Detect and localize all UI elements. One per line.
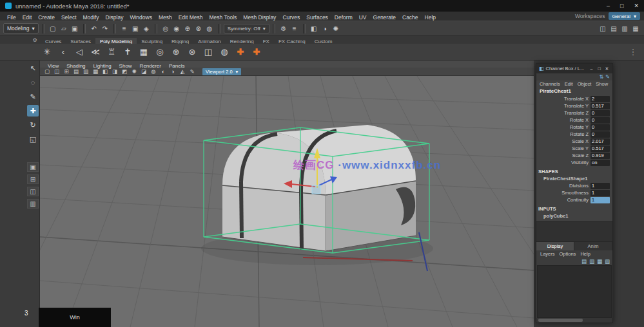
channel-scale-x-value[interactable]: 2.017 bbox=[590, 138, 610, 145]
channel-visibility[interactable]: Visibility bbox=[536, 160, 589, 166]
move-layer-up-icon[interactable]: ▤ bbox=[581, 258, 587, 265]
channel-visibility-value[interactable]: on bbox=[590, 160, 610, 166]
extrude-icon[interactable]: ✝ bbox=[121, 45, 135, 59]
paint-select-tool[interactable]: ✎ bbox=[27, 91, 39, 102]
channel-scale-y[interactable]: Scale Y bbox=[536, 145, 589, 152]
menu-item[interactable]: Cache bbox=[399, 14, 422, 21]
channel-scale-x[interactable]: Scale X bbox=[536, 138, 589, 145]
connect-icon[interactable]: ◁ bbox=[72, 45, 86, 59]
menu-item[interactable]: Help bbox=[422, 14, 439, 21]
menu-item[interactable]: Modify bbox=[80, 14, 102, 21]
bookmark-icon[interactable]: ▤ bbox=[72, 68, 81, 75]
isolate-select-icon[interactable]: ◭ bbox=[178, 68, 187, 75]
add-shelf-tab-icon[interactable]: ✚ bbox=[249, 45, 264, 59]
layout-four-pane[interactable]: ⊞ bbox=[27, 174, 39, 184]
scale-tool[interactable]: ◱ bbox=[27, 133, 39, 145]
channel-box-toggle-icon[interactable]: ▦ bbox=[630, 23, 641, 33]
channel-smoothness[interactable]: Smoothness bbox=[536, 190, 589, 196]
channel-smoothness-value[interactable]: 1 bbox=[590, 190, 610, 196]
menu-item[interactable]: Generate bbox=[370, 14, 399, 21]
select-object-icon[interactable]: ▣ bbox=[130, 23, 141, 33]
shelf-options-gear-icon[interactable]: ⚙ bbox=[30, 37, 40, 43]
new-layer-from-selected-icon[interactable]: ▦ bbox=[597, 258, 602, 265]
scrollbar-thumb[interactable] bbox=[538, 319, 583, 322]
two-d-pan-zoom-icon[interactable]: ▦ bbox=[91, 68, 100, 75]
shelf-overflow-icon[interactable]: ⋮ bbox=[626, 45, 640, 59]
layer-list[interactable] bbox=[537, 265, 612, 318]
close-button[interactable]: ✕ bbox=[634, 3, 639, 9]
channel-sliders-icon[interactable]: ⇅ bbox=[600, 74, 604, 80]
open-scene-icon[interactable]: ▱ bbox=[59, 23, 69, 33]
channel-box-titlebar[interactable]: ◧ Channel Box / L... – □ ✕ bbox=[536, 64, 612, 73]
channel-translate-y-value[interactable]: 0.517 bbox=[590, 103, 610, 109]
minimize-button[interactable]: – bbox=[589, 66, 594, 71]
layout-single-pane[interactable]: ▣ bbox=[27, 162, 39, 172]
menu-item[interactable]: Windows bbox=[126, 14, 155, 21]
new-anim-layer-icon[interactable]: ▧ bbox=[605, 258, 610, 265]
maximize-button[interactable]: □ bbox=[620, 3, 623, 9]
channel-rotate-z-value[interactable]: 0 bbox=[590, 131, 610, 138]
channel-rotate-y[interactable]: Rotate Y bbox=[536, 124, 589, 131]
input-node-name[interactable]: polyCube1 bbox=[536, 212, 612, 220]
layout-outliner-persp[interactable]: ▥ bbox=[27, 199, 39, 209]
channel-scale-y-value[interactable]: 0.517 bbox=[590, 145, 610, 152]
screen-space-ao-icon[interactable]: ◍ bbox=[149, 68, 158, 75]
channel-divisions-value[interactable]: 1 bbox=[590, 183, 610, 189]
modeling-toolkit-toggle-icon[interactable]: ◫ bbox=[598, 23, 608, 33]
add-shelf-item-icon[interactable]: ✚ bbox=[233, 45, 248, 59]
channel-scale-z-value[interactable]: 0.919 bbox=[590, 153, 610, 159]
lighting-icon[interactable]: ✺ bbox=[130, 68, 139, 75]
grease-pencil-icon[interactable]: ✎ bbox=[188, 68, 197, 75]
horizontal-scrollbar[interactable] bbox=[536, 318, 612, 322]
menuset-dropdown[interactable]: Modeling ▾ bbox=[3, 23, 39, 33]
layer-editor-menu-item[interactable]: Help bbox=[578, 251, 592, 257]
snap-grid-icon[interactable]: ◎ bbox=[161, 23, 171, 33]
ipr-render-icon[interactable]: ◑ bbox=[320, 23, 330, 33]
make-live-icon[interactable]: ◍ bbox=[204, 23, 215, 33]
menu-item[interactable]: Mesh bbox=[155, 14, 175, 21]
save-scene-icon[interactable]: ▣ bbox=[70, 23, 80, 33]
channel-translate-z[interactable]: Translate Z bbox=[536, 110, 589, 117]
new-empty-layer-icon[interactable]: ▥ bbox=[589, 258, 594, 265]
target-weld-icon[interactable]: ‹ bbox=[56, 45, 70, 59]
menu-item[interactable]: Edit bbox=[19, 14, 35, 21]
perspective-viewport[interactable]: ViewShadingLightingShowRendererPanels ▢◫… bbox=[40, 61, 534, 327]
rotate-tool[interactable]: ↻ bbox=[27, 119, 39, 131]
select-tool[interactable]: ↖ bbox=[27, 62, 39, 74]
channel-translate-x-value[interactable]: 2 bbox=[590, 96, 610, 102]
select-component-icon[interactable]: ◈ bbox=[141, 23, 151, 33]
render-settings-icon[interactable]: ✺ bbox=[331, 23, 341, 33]
combine-icon[interactable]: ⊕ bbox=[169, 45, 183, 59]
channel-rotate-x-value[interactable]: 0 bbox=[590, 117, 610, 124]
menu-item[interactable]: Create bbox=[35, 14, 58, 21]
lasso-tool[interactable]: ◌ bbox=[27, 77, 39, 88]
motion-blur-icon[interactable]: ◐ bbox=[159, 68, 168, 75]
channel-translate-y[interactable]: Translate Y bbox=[536, 103, 589, 109]
viewport-renderer-dropdown[interactable]: Viewport 2.0 ▾ bbox=[202, 68, 241, 75]
undo-icon[interactable]: ↶ bbox=[89, 23, 99, 33]
menu-item[interactable]: Mesh Display bbox=[240, 14, 279, 21]
mirror-icon[interactable]: ◫ bbox=[201, 45, 215, 59]
menu-item[interactable]: UV bbox=[356, 14, 370, 21]
camera-attributes-icon[interactable]: ⊞ bbox=[62, 68, 71, 75]
close-button[interactable]: ✕ bbox=[604, 66, 610, 71]
input-operations-icon[interactable]: ≡ bbox=[289, 23, 300, 33]
channel-translate-z-value[interactable]: 0 bbox=[590, 110, 610, 117]
tab-display[interactable]: Display bbox=[536, 242, 574, 250]
textured-icon[interactable]: ◩ bbox=[120, 68, 129, 75]
channel-box-menu-item[interactable]: Channels bbox=[538, 81, 562, 87]
workspace-dropdown[interactable]: General ▾ bbox=[609, 12, 640, 20]
bevel-icon[interactable]: ▦ bbox=[137, 45, 151, 59]
shaded-icon[interactable]: ◨ bbox=[110, 68, 119, 75]
new-scene-icon[interactable]: ▢ bbox=[48, 23, 58, 33]
symmetry-dropdown[interactable]: Symmetry: Off ▾ bbox=[224, 24, 269, 33]
layer-editor-menu-item[interactable]: Layers bbox=[538, 251, 557, 257]
smooth-icon[interactable]: ◎ bbox=[153, 45, 167, 59]
menu-item[interactable]: Edit Mesh bbox=[175, 14, 206, 21]
render-frame-icon[interactable]: ◧ bbox=[309, 23, 319, 33]
tool-settings-toggle-icon[interactable]: ▥ bbox=[620, 23, 630, 33]
channel-box-menu-item[interactable]: Show bbox=[594, 81, 610, 87]
tab-anim[interactable]: Anim bbox=[574, 242, 612, 250]
construction-history-icon[interactable]: ⚙ bbox=[278, 23, 289, 33]
move-tool[interactable]: ✚ bbox=[27, 105, 39, 117]
